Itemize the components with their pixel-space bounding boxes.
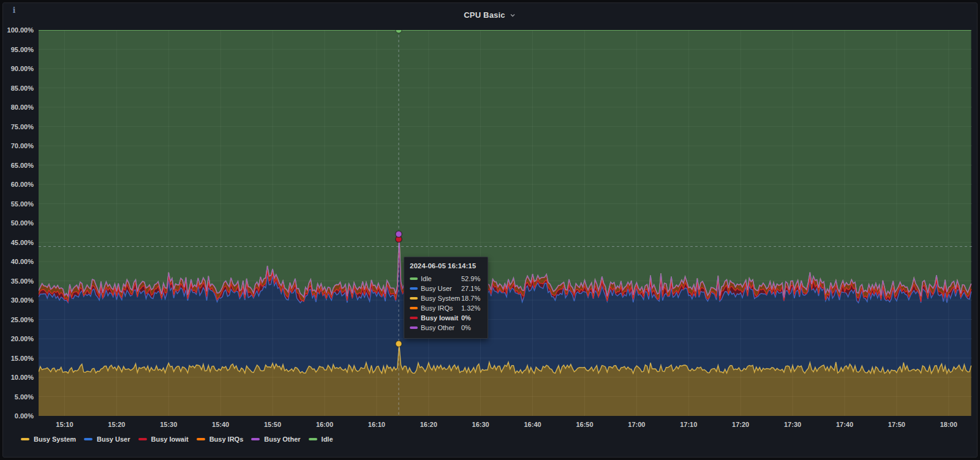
legend-item-busy-user[interactable]: Busy User bbox=[84, 435, 130, 443]
tooltip-series-value: 18.7% bbox=[461, 295, 481, 302]
x-axis-label: 17:50 bbox=[878, 421, 915, 428]
tooltip-series-swatch-icon bbox=[410, 307, 418, 309]
x-axis-label: 17:30 bbox=[774, 421, 811, 428]
legend-label: Busy IRQs bbox=[209, 435, 244, 443]
chart-tooltip: 2024-06-05 16:14:15 Idle52.9%Busy User27… bbox=[404, 257, 488, 339]
y-axis-label: 95.00% bbox=[3, 45, 34, 54]
y-axis-label: 30.00% bbox=[3, 296, 34, 304]
x-axis-label: 16:00 bbox=[306, 421, 343, 428]
tooltip-series-value: 52.9% bbox=[461, 275, 481, 282]
y-axis-label: 45.00% bbox=[3, 238, 34, 247]
x-axis-label: 17:40 bbox=[826, 421, 863, 428]
legend-label: Busy System bbox=[34, 435, 76, 443]
tooltip-series-value: 0% bbox=[461, 324, 481, 331]
y-axis-label: 85.00% bbox=[3, 84, 34, 92]
series-area-idle bbox=[39, 30, 971, 297]
y-axis-label: 90.00% bbox=[3, 64, 34, 73]
tooltip-series-swatch-icon bbox=[410, 297, 418, 300]
panel-title: CPU Basic bbox=[464, 10, 505, 20]
x-axis-label: 15:10 bbox=[46, 421, 83, 428]
y-axis-label: 65.00% bbox=[3, 161, 34, 170]
tooltip-series-value: 27.1% bbox=[461, 285, 481, 292]
hover-dot-busy-system bbox=[396, 341, 402, 347]
legend-swatch-icon bbox=[21, 438, 29, 440]
y-axis-label: 100.00% bbox=[3, 26, 34, 34]
x-axis-label: 15:20 bbox=[98, 421, 135, 428]
y-axis-label: 35.00% bbox=[3, 277, 34, 285]
x-axis-label: 18:00 bbox=[930, 421, 967, 428]
y-axis-label: 20.00% bbox=[3, 334, 34, 343]
tooltip-series-swatch-icon bbox=[410, 287, 418, 290]
tooltip-row-busy-system: Busy System18.7% bbox=[410, 293, 481, 303]
legend-swatch-icon bbox=[197, 438, 205, 440]
legend-label: Busy Other bbox=[264, 435, 300, 443]
x-axis-label: 16:50 bbox=[566, 421, 603, 428]
tooltip-series-swatch-icon bbox=[410, 326, 418, 329]
x-axis-label: 17:00 bbox=[618, 421, 655, 428]
legend-item-busy-other[interactable]: Busy Other bbox=[251, 435, 300, 443]
y-axis-label: 25.00% bbox=[3, 315, 34, 324]
y-axis-label: 50.00% bbox=[3, 219, 34, 227]
y-axis-label: 5.00% bbox=[3, 393, 34, 401]
x-axis-label: 15:30 bbox=[150, 421, 187, 428]
legend-swatch-icon bbox=[251, 438, 260, 440]
x-axis-label: 16:40 bbox=[514, 421, 551, 428]
tooltip-series-label: Idle bbox=[421, 275, 461, 282]
legend-label: Busy User bbox=[97, 435, 130, 443]
tooltip-series-label: Busy System bbox=[421, 295, 461, 302]
y-axis-label: 10.00% bbox=[3, 373, 34, 382]
hover-dot-idle bbox=[396, 30, 402, 33]
chevron-down-icon bbox=[509, 12, 516, 19]
tooltip-series-swatch-icon bbox=[410, 277, 418, 280]
x-axis-label: 17:20 bbox=[722, 421, 759, 428]
tooltip-series-swatch-icon bbox=[410, 317, 418, 319]
y-axis-label: 80.00% bbox=[3, 103, 34, 111]
legend-item-idle[interactable]: Idle bbox=[309, 435, 333, 443]
hover-dot-busy-other bbox=[396, 231, 402, 237]
y-axis-label: 55.00% bbox=[3, 200, 34, 208]
legend-label: Busy Iowait bbox=[151, 435, 189, 443]
chart-plot-area[interactable] bbox=[39, 30, 972, 416]
tooltip-series-label: Busy Iowait bbox=[421, 314, 461, 322]
y-axis-label: 70.00% bbox=[3, 141, 34, 150]
tooltip-series-value: 0% bbox=[461, 314, 481, 322]
cpu-chart-canvas[interactable] bbox=[39, 30, 972, 416]
x-axis-label: 16:10 bbox=[358, 421, 395, 428]
tooltip-row-busy-user: Busy User27.1% bbox=[410, 284, 481, 293]
legend-swatch-icon bbox=[138, 438, 147, 440]
y-axis-label: 60.00% bbox=[3, 180, 34, 189]
tooltip-row-busy-other: Busy Other0% bbox=[410, 323, 481, 333]
tooltip-series-label: Busy User bbox=[421, 285, 461, 292]
grafana-panel: i CPU Basic 0.00%5.00%10.00%15.00%20.00%… bbox=[2, 2, 978, 458]
legend-item-busy-iowait[interactable]: Busy Iowait bbox=[138, 435, 189, 443]
tooltip-row-idle: Idle52.9% bbox=[410, 274, 481, 284]
y-axis-label: 15.00% bbox=[3, 354, 34, 363]
x-axis-label: 15:50 bbox=[254, 421, 291, 428]
tooltip-row-busy-irqs: Busy IRQs1.32% bbox=[410, 303, 481, 313]
tooltip-row-busy-iowait: Busy Iowait0% bbox=[410, 313, 481, 323]
tooltip-series-label: Busy Other bbox=[421, 324, 461, 331]
y-axis-label: 40.00% bbox=[3, 257, 34, 266]
legend-item-busy-irqs[interactable]: Busy IRQs bbox=[197, 435, 244, 443]
x-axis-label: 15:40 bbox=[202, 421, 239, 428]
x-axis-label: 16:20 bbox=[410, 421, 447, 428]
legend-item-busy-system[interactable]: Busy System bbox=[21, 435, 76, 443]
chart-legend: Busy SystemBusy UserBusy IowaitBusy IRQs… bbox=[21, 434, 333, 445]
y-axis-label: 0.00% bbox=[3, 412, 34, 420]
legend-label: Idle bbox=[322, 435, 333, 443]
panel-header[interactable]: CPU Basic bbox=[3, 3, 977, 26]
legend-swatch-icon bbox=[84, 438, 92, 440]
tooltip-series-value: 1.32% bbox=[461, 304, 481, 312]
y-axis-label: 75.00% bbox=[3, 123, 34, 131]
tooltip-timestamp: 2024-06-05 16:14:15 bbox=[410, 262, 481, 270]
x-axis-label: 16:30 bbox=[462, 421, 499, 428]
tooltip-series-label: Busy IRQs bbox=[421, 304, 461, 312]
x-axis-label: 17:10 bbox=[670, 421, 707, 428]
legend-swatch-icon bbox=[309, 438, 317, 440]
